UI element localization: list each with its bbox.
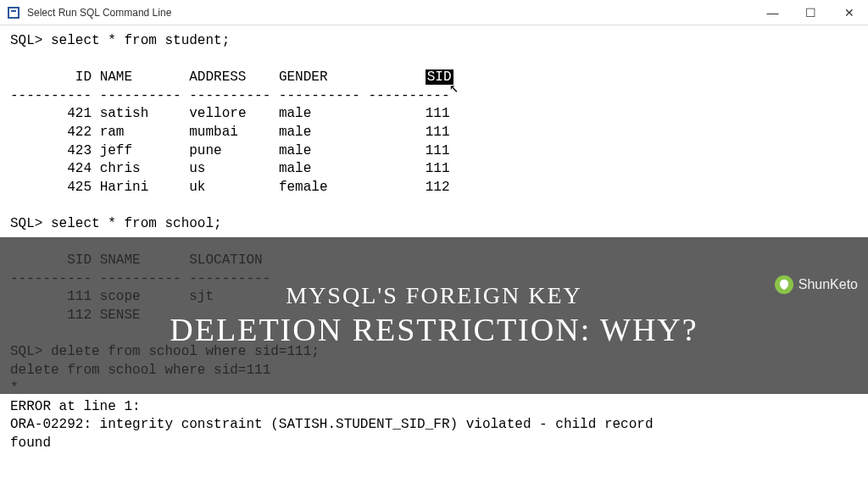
watermark-logo-icon	[775, 275, 793, 294]
table-row: 423 jeff pune male 111	[10, 143, 450, 158]
window-titlebar: Select Run SQL Command Line — ☐ ✕	[0, 0, 868, 25]
table-row: 421 satish vellore male 111	[10, 106, 450, 121]
watermark-text: ShunKeto	[798, 277, 858, 292]
overlay-line-1: MYSQL'S FOREIGN KEY	[170, 280, 698, 310]
sql-prompt: SQL>	[10, 33, 42, 48]
sql-prompt: SQL>	[10, 216, 42, 231]
svg-rect-2	[11, 10, 16, 12]
error-body: found	[10, 435, 51, 451]
table-row: 424 chris us male 111	[10, 161, 450, 176]
overlay-line-2: DELETION RESTRICTION: WHY?	[170, 310, 698, 351]
minimize-button[interactable]: —	[754, 0, 792, 25]
error-body: ORA-02292: integrity constraint (SATISH.…	[10, 417, 654, 432]
table-row: 425 Harini uk female 112	[10, 180, 450, 195]
column-sid-highlight: SID	[426, 69, 453, 85]
window-title: Select Run SQL Command Line	[27, 7, 171, 19]
maximize-button[interactable]: ☐	[792, 0, 830, 25]
watermark: ShunKeto	[775, 275, 858, 294]
window-controls: — ☐ ✕	[754, 0, 868, 25]
sql-query-2: select * from school;	[51, 216, 222, 231]
student-table-header: ID NAME ADDRESS GENDER SID	[10, 69, 453, 85]
app-icon	[7, 6, 20, 19]
error-header: ERROR at line 1:	[10, 399, 141, 414]
close-button[interactable]: ✕	[830, 0, 868, 25]
svg-rect-1	[9, 8, 18, 17]
table-row: 422 ram mumbai male 111	[10, 125, 450, 140]
sql-query-1: select * from student;	[51, 33, 230, 48]
article-title-overlay: MYSQL'S FOREIGN KEY DELETION RESTRICTION…	[0, 237, 868, 394]
